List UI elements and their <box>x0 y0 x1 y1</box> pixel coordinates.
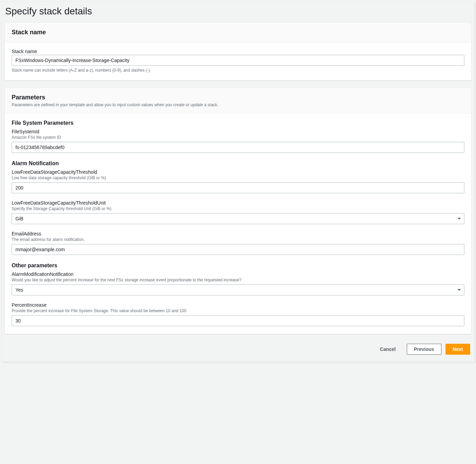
parameters-panel-body: File System Parameters FileSystemId Amaz… <box>5 114 471 334</box>
previous-button[interactable]: Previous <box>407 344 441 355</box>
percent-increase-description: Provide the percent increase for File Sy… <box>12 308 464 313</box>
filesystemid-description: Amazon FSx file system ID <box>12 135 464 140</box>
alarmmod-select-wrapper[interactable] <box>12 284 464 295</box>
email-description: The email address for alarm notification… <box>12 237 464 242</box>
stack-name-label: Stack name <box>12 49 464 54</box>
filesystemid-label: FileSystemId <box>12 129 464 134</box>
parameters-panel-header: Parameters Parameters are defined in you… <box>5 88 471 114</box>
stack-name-hint: Stack name can include letters (A-Z and … <box>12 68 464 73</box>
email-input[interactable] <box>12 244 464 255</box>
threshold-unit-label: LowFreeDataStorageCapacityThresholdUnit <box>12 200 464 206</box>
percent-increase-block: PercentIncrease Provide the percent incr… <box>12 302 464 326</box>
email-block: EmailAddress The email address for alarm… <box>12 231 464 255</box>
percent-increase-label: PercentIncrease <box>12 302 464 308</box>
email-label: EmailAddress <box>12 231 464 236</box>
file-system-section-title: File System Parameters <box>12 120 464 126</box>
threshold-unit-description: Specify the Storage Capacity threshold U… <box>12 206 464 211</box>
threshold-unit-select[interactable] <box>12 213 464 224</box>
page-title: Specify stack details <box>4 4 472 22</box>
stack-name-panel-title: Stack name <box>12 29 464 36</box>
other-section-title: Other parameters <box>12 262 464 269</box>
page-container: Specify stack details Stack name Stack n… <box>1 1 475 362</box>
filesystemid-input[interactable] <box>12 142 464 153</box>
stack-name-field-group: Stack name Stack name can include letter… <box>12 49 464 73</box>
parameters-panel-subtitle: Parameters are defined in your template … <box>12 102 464 107</box>
alarm-section-title: Alarm Notification <box>12 160 464 167</box>
threshold-unit-block: LowFreeDataStorageCapacityThresholdUnit … <box>12 200 464 224</box>
threshold-block: LowFreeDataStorageCapacityThreshold Low … <box>12 169 464 193</box>
threshold-description: Low free data storage capacity threshold… <box>12 175 464 180</box>
stack-name-panel-body: Stack name Stack name can include letter… <box>5 42 471 80</box>
percent-increase-input[interactable] <box>12 315 464 326</box>
threshold-input[interactable] <box>12 182 464 193</box>
alarmmod-description: Would you like to adjust the percent inc… <box>12 278 464 282</box>
alarmmod-select[interactable] <box>12 284 464 295</box>
parameters-panel: Parameters Parameters are defined in you… <box>4 87 472 334</box>
alarmmod-block: AlarmModificationNotification Would you … <box>12 271 464 295</box>
stack-name-panel-header: Stack name <box>5 23 471 42</box>
next-button[interactable]: Next <box>446 344 470 355</box>
filesystemid-block: FileSystemId Amazon FSx file system ID <box>12 129 464 153</box>
stack-name-input[interactable] <box>12 55 464 66</box>
button-row: Cancel Previous Next <box>4 341 472 355</box>
threshold-label: LowFreeDataStorageCapacityThreshold <box>12 169 464 175</box>
stack-name-panel: Stack name Stack name Stack name can inc… <box>4 22 472 81</box>
alarmmod-label: AlarmModificationNotification <box>12 271 464 277</box>
cancel-button[interactable]: Cancel <box>373 344 403 355</box>
threshold-unit-select-wrapper[interactable] <box>12 213 464 224</box>
parameters-panel-title: Parameters <box>12 94 464 101</box>
